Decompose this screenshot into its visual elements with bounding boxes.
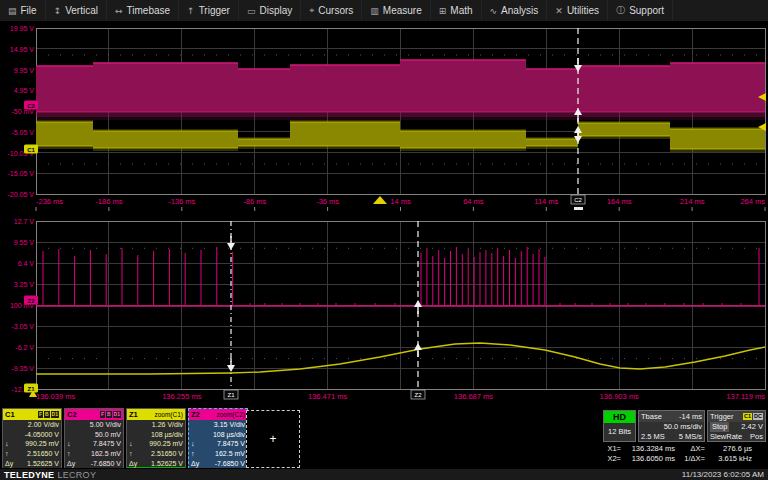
descriptor-row: 3.15 V/div (189, 420, 247, 430)
channel-badge: D1 (113, 411, 121, 418)
c2-waveform-band (526, 69, 578, 112)
x2-value: 136.6050 ms (621, 454, 675, 464)
descriptor-row: Δy1.52625 V (3, 459, 61, 469)
zoom-y-label: 3.25 V (0, 281, 34, 288)
c1-waveform-band (670, 129, 765, 149)
hd-indicator[interactable]: HD 12 Bits (603, 410, 636, 442)
trigger-slope: Pos (750, 432, 763, 442)
zoom-y-label: -9.35 V (0, 365, 34, 372)
descriptor-row: ↓990.25 mV (127, 439, 185, 449)
x2-cursor-label-box (411, 390, 425, 399)
c2-waveform-band (400, 60, 526, 112)
z1-waveform (36, 343, 765, 374)
menu-display[interactable]: ▭Display (239, 0, 301, 21)
c1-waveform-band (36, 122, 93, 146)
trigger-coupling-badge: DC (753, 413, 763, 420)
invdx-label: 1/ΔX= (675, 454, 705, 464)
trigger-level-marker[interactable] (758, 123, 766, 131)
timebase-delay: -14 ms (679, 412, 702, 421)
main-x-label: -186 ms (95, 197, 122, 206)
menu-bar: ▤File↕Vertical↔Timebase↑Trigger▭Display⌖… (0, 0, 768, 22)
datetime: 11/13/2023 6:02:05 AM (682, 470, 764, 479)
menu-utilities[interactable]: ✕Utilities (547, 0, 608, 21)
menu-math[interactable]: ⊞Math (431, 0, 482, 21)
descriptor-row: Δy-7.6850 V (65, 459, 123, 469)
c1-noise-fringe (578, 121, 670, 123)
menu-trigger[interactable]: ↑Trigger (179, 0, 239, 21)
x1-value: 136.3284 ms (621, 444, 675, 454)
descriptor-header: Z1zoom(C1) (127, 409, 185, 420)
menu-analysis[interactable]: ∿Analysis (482, 0, 548, 21)
trigger-level-marker[interactable] (758, 93, 766, 101)
c1-noise-fringe (290, 120, 400, 122)
c1-waveform-band (400, 131, 526, 148)
invdx-value: 3.615 kHz (705, 454, 752, 464)
c1-noise-fringe (36, 146, 93, 149)
z1-zero-marker[interactable] (24, 384, 38, 393)
c1-noise-fringe (670, 127, 765, 129)
zoom-grid[interactable] (36, 221, 765, 389)
plus-icon: + (269, 432, 276, 446)
c2-noise-fringe (36, 112, 765, 117)
trigger-box[interactable]: Trigger C1 DC Stop 2.42 V SlewRate Pos (707, 410, 766, 442)
main-grid[interactable] (36, 28, 765, 194)
c2-zero-marker[interactable] (24, 101, 38, 110)
descriptor-c1[interactable]: C1FBD12.00 V/div-4.05000 V↓990.25 mV↑2.5… (2, 408, 62, 469)
x1-label: X1= (601, 444, 621, 454)
descriptor-z1[interactable]: Z1zoom(C1)1.26 V/div108 µs/div↓990.25 mV… (126, 408, 186, 469)
main-y-label: -20.05 V (0, 191, 34, 198)
main-x-label: 14 ms (390, 197, 410, 206)
zoom-region-indicator[interactable] (574, 207, 583, 210)
descriptor-z2[interactable]: Z2zoom(C2)3.15 V/div108 µs/div↓7.8475 V↑… (188, 408, 248, 469)
z2-zero-marker[interactable] (24, 296, 38, 305)
c1-noise-fringe (578, 136, 670, 139)
zoom-x-label: 136.471 ms (308, 392, 347, 401)
add-trace-box[interactable]: + (246, 410, 300, 468)
c1-waveform-band (526, 139, 578, 146)
c1-noise-fringe (93, 148, 238, 151)
descriptor-row: 108 µs/div (127, 430, 185, 440)
cursors-icon: ⌖ (309, 5, 314, 16)
descriptor-row: 5.00 V/div (65, 420, 123, 430)
main-x-label: -236 ms (36, 197, 63, 206)
c1-noise-fringe (290, 146, 400, 149)
c1-zero-marker[interactable] (24, 145, 38, 154)
trigger-icon: ↑ (187, 6, 195, 16)
descriptor-row: 50.0 mV (65, 430, 123, 440)
descriptor-row: -4.05000 V (3, 430, 61, 440)
descriptor-row: 1.26 V/div (127, 420, 185, 430)
hd-label: HD (604, 411, 635, 423)
menu-support[interactable]: ⓘSupport (608, 0, 673, 21)
brand-logo: TELEDYNELECROY (4, 470, 96, 480)
descriptor-row: Δy1.52625 V (127, 459, 185, 469)
c2-noise-fringe (36, 117, 765, 120)
c2-waveform-band (36, 66, 93, 112)
zoom-x-label: 137.119 ms (726, 392, 765, 401)
dx-value: 276.6 µs (705, 444, 752, 454)
main-y-label: 4.95 V (0, 87, 34, 94)
brand-teledyne: TELEDYNE (4, 470, 54, 480)
zoom-y-label: -3.05 V (0, 323, 34, 330)
channel-badge: F (100, 411, 105, 418)
menu-file[interactable]: ▤File (0, 0, 46, 21)
c1-noise-fringe (93, 129, 238, 131)
descriptor-row: ↓7.8475 V (189, 439, 247, 449)
c1-noise-fringe (238, 146, 290, 149)
menu-measure[interactable]: ▥Measure (362, 0, 430, 21)
timebase-title: Tbase (641, 412, 662, 421)
descriptor-row: ↑162.5 mV (189, 449, 247, 459)
trigger-source-badge: C1 (743, 413, 752, 420)
x1-cursor-label-box (224, 390, 238, 399)
menu-vertical[interactable]: ↕Vertical (46, 0, 107, 21)
c1-noise-fringe (238, 137, 290, 139)
main-y-label: 19.95 V (0, 25, 34, 32)
descriptor-c2[interactable]: C2FBD15.00 V/div50.0 mV↓7.8475 V↑162.5 m… (64, 408, 124, 469)
file-icon: ▤ (8, 6, 17, 16)
math-icon: ⊞ (439, 6, 447, 16)
footer-bar: TELEDYNELECROY 11/13/2023 6:02:05 AM (0, 468, 768, 480)
main-y-label: 14.95 V (0, 45, 34, 52)
timebase-box[interactable]: Tbase -14 ms 50.0 ms/div 2.5 MS 5 MS/s (638, 410, 705, 442)
menu-timebase[interactable]: ↔Timebase (107, 0, 179, 21)
trigger-time-marker[interactable] (373, 196, 387, 204)
menu-cursors[interactable]: ⌖Cursors (301, 0, 362, 21)
